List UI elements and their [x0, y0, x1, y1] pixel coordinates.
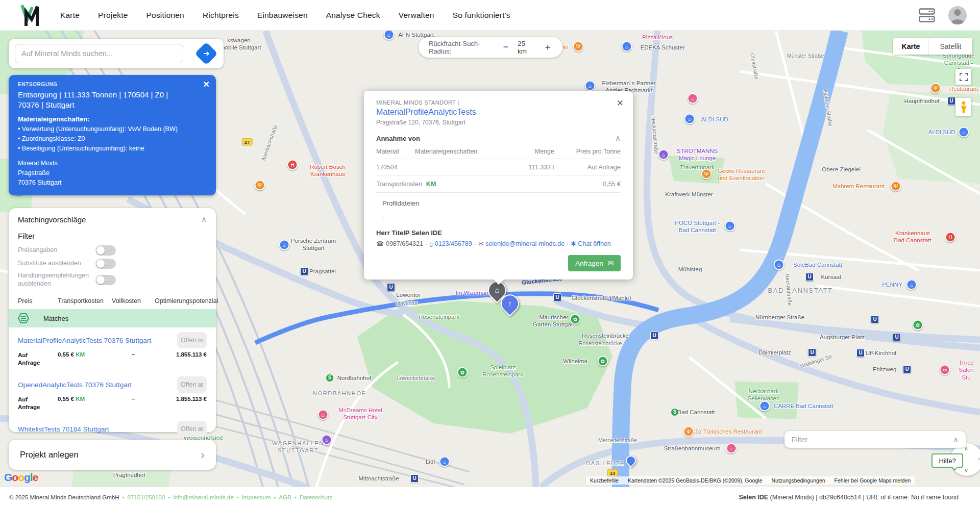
shopping-marker[interactable]: ⌂: [688, 93, 698, 104]
chevron-up-icon[interactable]: ∧: [953, 435, 959, 444]
transit-badge-u[interactable]: U: [893, 333, 901, 341]
footer-phone-link[interactable]: 07151/250100: [128, 494, 165, 500]
restaurant-marker[interactable]: Ψ: [930, 83, 941, 94]
mahrem-restaurant-marker[interactable]: Ψ: [891, 181, 901, 192]
mcdreams-hotel-marker[interactable]: ⌂: [318, 410, 329, 420]
close-icon[interactable]: ✕: [203, 80, 210, 89]
aldi-sued-marker[interactable]: ⌂: [684, 114, 695, 124]
park-marker[interactable]: ✿: [913, 320, 923, 331]
poco-marker[interactable]: ⌂: [725, 221, 736, 232]
terms-link[interactable]: Nutzungsbedingungen: [771, 477, 825, 484]
popup-title-link[interactable]: MaterialProfileAnalyticTests: [376, 108, 621, 117]
afn-stuttgart-marker[interactable]: ⌂: [384, 31, 395, 40]
agb-link[interactable]: AGB: [279, 494, 291, 500]
transit-badge-u[interactable]: U: [805, 273, 814, 281]
directions-button[interactable]: ➔: [194, 42, 217, 65]
impressum-link[interactable]: Impressum: [242, 494, 271, 500]
close-icon[interactable]: ✕: [617, 98, 624, 109]
restaurant-marker[interactable]: Ψ: [255, 180, 265, 191]
nav-richtpreis[interactable]: Richtpreis: [203, 11, 239, 20]
penny-marker[interactable]: ⌂: [906, 280, 917, 290]
mobile-number-link[interactable]: 0123/456789: [435, 240, 472, 247]
match-link[interactable]: MaterialProfileAnalyticTests 70376 Stutt…: [18, 337, 151, 344]
pegman-icon: [960, 101, 967, 113]
offen-button[interactable]: Offen ✉: [177, 332, 207, 348]
fishermans-partner-marker[interactable]: ⌂: [585, 81, 596, 91]
transit-badge-u[interactable]: U: [650, 332, 658, 340]
transit-badge-u[interactable]: U: [300, 267, 308, 275]
match-link[interactable]: WhitelistTests 70184 Stuttgart: [18, 425, 109, 433]
aldi-sued-marker[interactable]: ⌂: [959, 127, 969, 138]
transit-badge-u[interactable]: U: [410, 474, 419, 483]
nav-karte[interactable]: Karte: [60, 11, 80, 20]
nav-projekte[interactable]: Projekte: [98, 11, 128, 20]
map-label: PENNY: [882, 281, 902, 288]
nav-verwalten[interactable]: Verwalten: [399, 11, 434, 20]
mineral-minds-logo[interactable]: [20, 4, 41, 27]
transit-badge-u[interactable]: U: [387, 283, 395, 291]
koez-restaurant-marker[interactable]: Ψ: [683, 426, 694, 437]
radius-decrease-button[interactable]: −: [501, 42, 510, 53]
chevron-up-icon[interactable]: ∧: [615, 134, 621, 143]
karte-button[interactable]: Karte: [893, 38, 929, 55]
strotmanns-magic-lounge-marker[interactable]: ⌂: [658, 149, 669, 160]
spielplatz-rosensteinpark-marker[interactable]: ✿: [457, 367, 468, 378]
transit-badge-u[interactable]: U: [947, 97, 955, 105]
pan-down-icon[interactable]: ∨: [964, 467, 968, 474]
wagenhallen-marker[interactable]: ⌂: [322, 435, 332, 445]
user-avatar[interactable]: [948, 6, 967, 24]
transit-badge-u[interactable]: U: [856, 349, 865, 357]
email-link[interactable]: selenide@mineral-minds.de: [485, 240, 565, 247]
satellit-button[interactable]: Satellit: [929, 38, 972, 55]
three-salon-marker[interactable]: ✂: [940, 365, 950, 375]
collapse-chevron-icon[interactable]: ∧: [201, 215, 207, 224]
projekt-anlegen-button[interactable]: Projekt anlegen ›: [9, 440, 216, 470]
pan-right-icon[interactable]: ›: [978, 455, 980, 462]
fullscreen-button[interactable]: [955, 69, 971, 85]
chat-oeffnen-link[interactable]: Chat öffnen: [578, 240, 610, 247]
lidl-marker[interactable]: ⌂: [439, 457, 450, 467]
google-logo[interactable]: Google: [4, 471, 38, 484]
preisangaben-toggle[interactable]: [95, 245, 116, 256]
report-error-link[interactable]: Fehler bei Google Maps melden: [835, 477, 911, 484]
street-view-pegman-button[interactable]: [955, 98, 971, 116]
edeka-schuster-marker[interactable]: ⌂: [622, 41, 632, 52]
offen-button[interactable]: Offen ✉: [177, 376, 207, 393]
anfragen-button[interactable]: Anfragen ✉: [568, 255, 621, 271]
robert-bosch-krankenhaus-marker[interactable]: H: [287, 160, 298, 170]
hilfe-button[interactable]: Hilfe?: [932, 453, 963, 468]
offen-button[interactable]: Offen ✉: [177, 421, 207, 437]
solebad-cannstatt-marker[interactable]: ♨: [774, 260, 785, 270]
nav-positionen[interactable]: Positionen: [146, 11, 184, 20]
substitute-toggle[interactable]: [95, 259, 116, 269]
nav-so-funktionierts[interactable]: So funktioniert's: [453, 11, 510, 20]
shortcuts-link[interactable]: Kurzbefehle: [590, 477, 619, 484]
transit-badge-u[interactable]: U: [903, 365, 911, 373]
strassenbahnmuseum-marker[interactable]: ⌂: [726, 443, 737, 454]
gecko-restaurant-marker[interactable]: Ψ: [701, 169, 712, 180]
transit-badge-u[interactable]: U: [553, 293, 561, 301]
nav-einbauweisen[interactable]: Einbauweisen: [257, 11, 308, 20]
handlungsempfehlungen-toggle[interactable]: [95, 275, 116, 285]
search-input[interactable]: [15, 44, 183, 63]
transit-badge-u[interactable]: U: [871, 315, 879, 323]
maurischer-garten-marker[interactable]: ✿: [570, 314, 581, 325]
pan-up-icon[interactable]: ∧: [964, 445, 968, 452]
porsche-zentrum-marker[interactable]: ⌂: [279, 240, 290, 250]
wilhelma-marker[interactable]: ✿: [598, 356, 608, 367]
das-leuze-marker[interactable]: [624, 453, 638, 468]
footer-email-link[interactable]: info@mineral-minds.de: [173, 494, 233, 500]
server-list-icon[interactable]: [919, 8, 935, 22]
krankenhaus-bad-cannstatt-marker[interactable]: H: [945, 232, 956, 243]
match-link[interactable]: OpenedAnalyticTests 70376 Stuttgart: [18, 381, 132, 389]
carre-bad-cannstatt-marker[interactable]: ⌂: [760, 401, 770, 412]
rueckfracht-radius-control: Rückfracht-Such-Radius: − 25 km +: [419, 37, 562, 58]
datenschutz-link[interactable]: Datenschutz: [300, 494, 332, 500]
restaurant-marker[interactable]: Ψ: [573, 41, 584, 52]
nav-analyse-check[interactable]: Analyse Check: [326, 11, 380, 20]
transit-badge-s[interactable]: S: [326, 374, 334, 382]
transit-badge-s[interactable]: S: [671, 408, 679, 416]
radius-increase-button[interactable]: +: [543, 42, 552, 53]
filter-input[interactable]: [792, 436, 949, 444]
transit-badge-u[interactable]: U: [808, 348, 816, 357]
